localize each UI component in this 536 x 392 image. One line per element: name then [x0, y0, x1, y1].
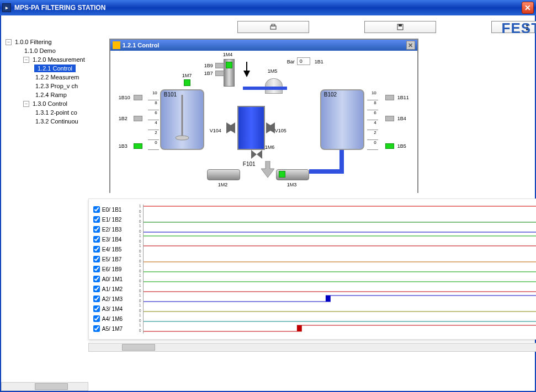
chart-row-1: 1 0	[143, 214, 536, 224]
chart-signal-checkbox-9[interactable]	[93, 296, 100, 302]
tree-item-0[interactable]: −1.0.0 Filtering	[6, 37, 86, 46]
chart-signal-checkbox-5[interactable]	[93, 256, 100, 262]
chart-signal-checkbox-1[interactable]	[93, 216, 100, 223]
tree-item-8[interactable]: 1.3.1 2-point co	[6, 108, 86, 117]
chart-row-8: 1 0	[143, 284, 536, 294]
chart-signal-label: A2/ 1M3	[102, 296, 123, 302]
chart-signal-label: E0/ 1B1	[102, 207, 122, 213]
chart-signal-checkbox-4[interactable]	[93, 246, 100, 253]
chart-signal-checkbox-2[interactable]	[93, 226, 100, 233]
signal-chart: E0/ 1B1 E1/ 1B2 E2/ 1B3 E3/ 1B4 E4/ 1B5 …	[88, 198, 536, 340]
tree-item-1[interactable]: 1.1.0 Demo	[6, 46, 86, 55]
save-icon	[396, 23, 404, 31]
chart-legend-row: E3/ 1B4	[93, 234, 143, 244]
arrow-down-icon	[243, 71, 250, 77]
chart-legend-row: E4/ 1B5	[93, 244, 143, 254]
toolbar: FESTO	[88, 15, 536, 39]
chart-signal-checkbox-3[interactable]	[93, 236, 100, 243]
chart-ylabel-0: 0	[139, 219, 141, 223]
schematic-close-icon[interactable]: ✕	[406, 41, 415, 50]
sensor-1b11-label: 1B11	[397, 95, 409, 100]
chart-legend-row: E0/ 1B1	[93, 205, 143, 214]
motor-1m7-label: 1M7	[182, 73, 192, 78]
printer-icon	[269, 23, 277, 31]
tree-expander-icon[interactable]: −	[23, 101, 29, 107]
sensor-1b4-led	[385, 116, 394, 121]
schematic-title: 1.2.1 Control	[123, 42, 160, 49]
tree-item-5[interactable]: 1.2.3 Prop_v ch	[6, 82, 86, 90]
scale-left: 1086420	[148, 90, 159, 150]
chart-signal-checkbox-11[interactable]	[93, 315, 100, 322]
tree-item-label: 1.3.1 2-point co	[34, 109, 78, 116]
valve-v104-icon	[226, 122, 235, 133]
tree-item-label: 1.3.2 Continuou	[34, 117, 79, 125]
chart-row-3: 1 0	[143, 234, 536, 244]
chart-signal-checkbox-6[interactable]	[93, 266, 100, 272]
sensor-1b7-led	[215, 71, 224, 76]
sidebar: −1.0.0 Filtering1.1.0 Demo−1.2.0 Measure…	[1, 15, 88, 391]
tree-item-3[interactable]: 1.2.1 Control	[6, 64, 86, 73]
bar-value: 0	[297, 57, 310, 65]
tree-item-4[interactable]: 1.2.2 Measurem	[6, 73, 86, 82]
chart-ylabel-0: 0	[139, 259, 141, 263]
tree-expander-icon[interactable]: −	[6, 39, 12, 45]
tree-item-9[interactable]: 1.3.2 Continuou	[6, 117, 86, 126]
motor-1m7-led	[184, 79, 190, 86]
toolbar-button-1[interactable]	[237, 21, 309, 33]
chart-signal-label: E3/ 1B4	[102, 237, 122, 243]
svg-marker-11	[257, 150, 262, 159]
chart-row-2: 1 0	[143, 224, 536, 234]
pipe	[243, 87, 287, 90]
close-icon[interactable]: ✕	[522, 2, 534, 14]
filter-f101	[237, 106, 265, 150]
sensor-1b9-label: 1B9	[204, 63, 213, 68]
chart-ylabel-1: 1	[139, 323, 141, 327]
toolbar-button-2[interactable]	[364, 21, 436, 33]
chart-row-6: 1 0	[143, 264, 536, 274]
chart-signal-checkbox-0[interactable]	[93, 206, 100, 213]
chart-signal-label: E5/ 1B7	[102, 256, 122, 262]
chart-signal-checkbox-10[interactable]	[93, 305, 100, 312]
chart-row-10: 1 0	[143, 304, 536, 314]
chart-row-12: 1 0	[143, 324, 536, 334]
tree-expander-icon[interactable]: −	[23, 57, 29, 63]
nav-tree: −1.0.0 Filtering1.1.0 Demo−1.2.0 Measure…	[1, 15, 88, 382]
chart-legend-row: A4/ 1M6	[93, 314, 143, 324]
chart-legend-row: E1/ 1B2	[93, 214, 143, 224]
chart-legend-row: A3/ 1M4	[93, 304, 143, 314]
tree-item-7[interactable]: −1.3.0 Control	[6, 99, 86, 108]
agitator-icon	[174, 95, 190, 144]
chart-ylabel-1: 1	[139, 214, 141, 218]
sensor-1b1-label: 1B1	[315, 59, 323, 65]
chart-ylabel-0: 0	[139, 299, 141, 303]
chart-signal-label: A0/ 1M1	[102, 276, 123, 282]
window-title: MPS-PA FILTERING STATION	[14, 4, 522, 12]
chart-ylabel-1: 1	[139, 224, 141, 228]
sensor-1b2-label: 1B2	[119, 116, 128, 121]
chart-scrollbar[interactable]	[88, 343, 536, 352]
app-icon: ▸	[2, 3, 11, 12]
sensor-1b5-led	[385, 143, 394, 149]
chart-ylabel-1: 1	[139, 264, 141, 267]
chart-ylabel-0: 0	[139, 319, 141, 323]
chart-signal-label: A3/ 1M4	[102, 306, 123, 312]
tree-item-2[interactable]: −1.2.0 Measurement	[6, 55, 86, 64]
chart-signal-checkbox-8[interactable]	[93, 286, 100, 292]
chart-signal-label: A5/ 1M7	[102, 326, 123, 332]
chart-signal-label: E2/ 1B3	[102, 227, 122, 233]
motor-1m2-label: 1M2	[218, 182, 228, 187]
sidebar-scrollbar[interactable]	[1, 382, 88, 391]
sensor-1b5-label: 1B5	[397, 143, 406, 149]
svg-marker-12	[261, 161, 274, 178]
chart-legend-row: E6/ 1B9	[93, 264, 143, 274]
schematic-titlebar: 1.2.1 Control ✕	[110, 40, 417, 51]
bar-label: Bar	[287, 59, 295, 65]
chart-signal-label: A1/ 1M2	[102, 286, 123, 292]
svg-rect-3	[399, 24, 402, 26]
tree-item-label: 1.3.0 Control	[31, 100, 68, 108]
tree-item-6[interactable]: 1.2.4 Ramp	[6, 90, 86, 99]
chart-signal-checkbox-7[interactable]	[93, 276, 100, 282]
sensor-1b10-led	[134, 95, 142, 100]
chart-ylabel-0: 0	[139, 329, 141, 332]
chart-signal-checkbox-12[interactable]	[93, 325, 100, 332]
